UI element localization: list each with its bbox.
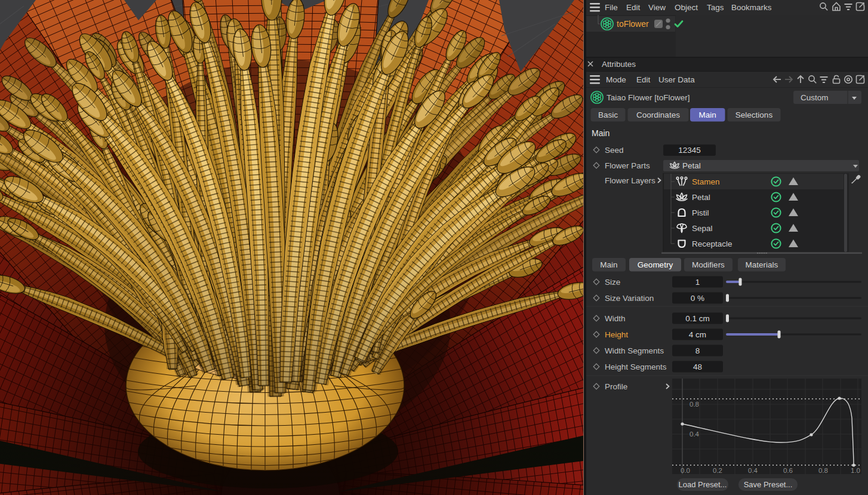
svg-text:Width: Width (605, 314, 626, 323)
svg-text:Seed: Seed (605, 146, 624, 155)
svg-text:Custom: Custom (801, 93, 829, 102)
svg-text:4 cm: 4 cm (689, 330, 706, 339)
svg-text:Main: Main (600, 260, 617, 269)
svg-text:Stamen: Stamen (692, 177, 720, 186)
svg-text:Bookmarks: Bookmarks (731, 3, 772, 12)
svg-text:toFlower: toFlower (617, 19, 649, 29)
svg-text:Materials: Materials (746, 260, 778, 269)
svg-text:0.1 cm: 0.1 cm (685, 314, 710, 323)
svg-text:Edit: Edit (626, 3, 641, 12)
svg-text:Geometry: Geometry (638, 260, 673, 269)
svg-text:1.0: 1.0 (851, 467, 860, 474)
svg-text:Flower Layers: Flower Layers (605, 176, 655, 185)
svg-text:0.4: 0.4 (690, 431, 700, 438)
svg-text:Taiao Flower [toFlower]: Taiao Flower [toFlower] (607, 93, 690, 102)
svg-text:Selections: Selections (735, 110, 773, 119)
svg-text:48: 48 (693, 362, 702, 371)
svg-text:File: File (605, 3, 618, 12)
svg-text:0.2: 0.2 (713, 467, 722, 474)
svg-text:0 %: 0 % (691, 294, 704, 303)
svg-text:Flower Parts: Flower Parts (605, 161, 650, 170)
svg-text:Pistil: Pistil (692, 208, 709, 217)
svg-text:0.8: 0.8 (818, 467, 828, 474)
svg-text:Attributes: Attributes (602, 60, 636, 69)
svg-text:0.4: 0.4 (748, 467, 758, 474)
svg-text:Edit: Edit (636, 75, 651, 84)
svg-text:View: View (648, 3, 666, 12)
svg-text:Size Variation: Size Variation (605, 294, 654, 303)
svg-text:Petal: Petal (692, 193, 710, 202)
svg-text:Save Preset...: Save Preset... (744, 480, 793, 489)
svg-text:Petal: Petal (682, 161, 701, 170)
svg-text:Receptacle: Receptacle (692, 239, 732, 248)
svg-text:0.8: 0.8 (690, 401, 699, 408)
svg-text:Object: Object (675, 3, 698, 12)
svg-text:1: 1 (695, 278, 700, 287)
svg-text:Profile: Profile (605, 382, 627, 391)
svg-text:Main: Main (592, 128, 610, 138)
svg-text:12345: 12345 (678, 146, 701, 155)
svg-text:0.0: 0.0 (681, 467, 690, 474)
svg-text:Load Preset...: Load Preset... (679, 480, 727, 489)
svg-text:Coordinates: Coordinates (636, 110, 680, 119)
svg-text:User Data: User Data (658, 75, 695, 84)
svg-text:Basic: Basic (598, 110, 618, 119)
svg-text:Height: Height (605, 330, 628, 339)
svg-text:Main: Main (699, 110, 716, 119)
svg-text:Mode: Mode (606, 75, 626, 84)
svg-text:Height Segments: Height Segments (605, 362, 667, 371)
svg-text:Size: Size (605, 278, 620, 287)
svg-text:0.6: 0.6 (783, 467, 793, 474)
svg-text:8: 8 (695, 346, 700, 355)
svg-text:Width Segments: Width Segments (605, 346, 664, 355)
svg-text:Tags: Tags (707, 3, 724, 12)
svg-text:Sepal: Sepal (692, 224, 713, 233)
svg-text:Modifiers: Modifiers (692, 260, 725, 269)
